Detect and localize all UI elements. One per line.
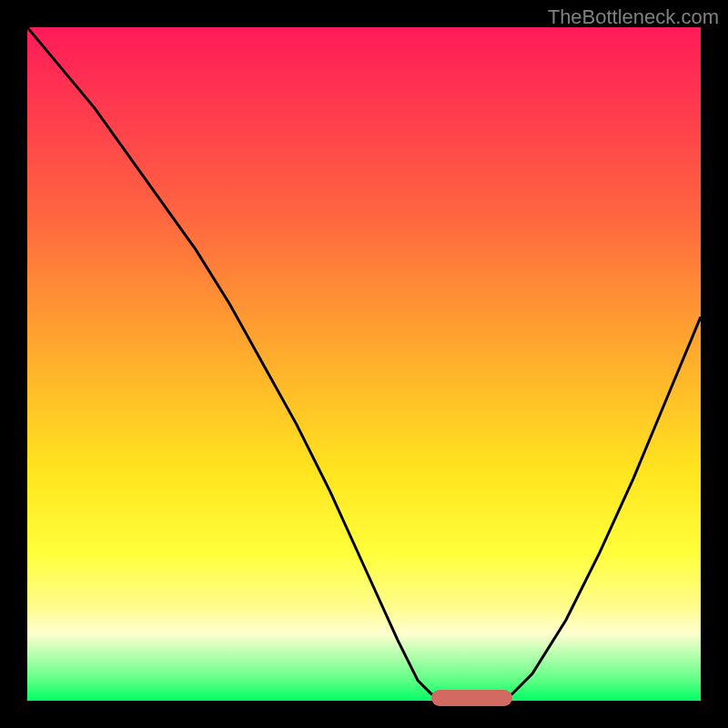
bottleneck-curve-line bbox=[27, 27, 701, 701]
optimal-region-marker bbox=[431, 690, 512, 706]
watermark-text: TheBottleneck.com bbox=[548, 5, 719, 29]
curve-path bbox=[27, 27, 701, 701]
chart-plot-area bbox=[27, 27, 701, 701]
